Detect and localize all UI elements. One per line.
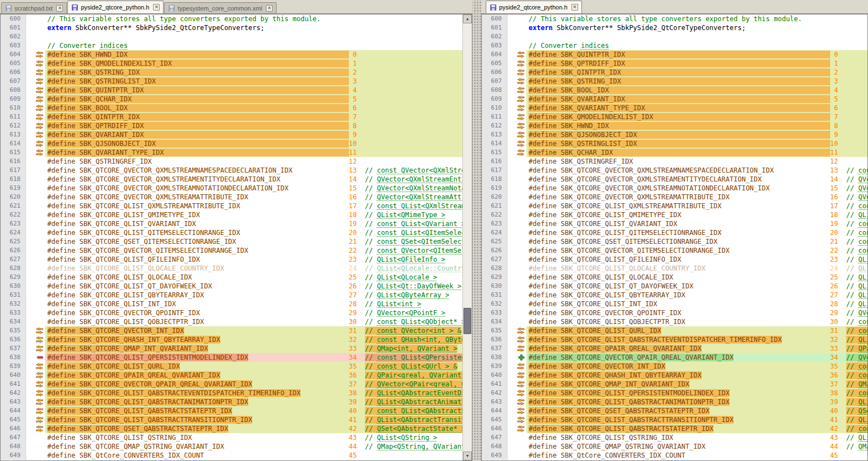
code-line[interactable]: #define SBK_QtCore_CONVERTERS_IDX_COUNT … [526, 451, 867, 460]
code-line[interactable]: #define SBK_QTCORE_QVECTOR_QXMLSTREAMENT… [45, 175, 462, 184]
code-line[interactable]: #define SBK_QTCORE_QLIST_QABSTRACTEVENTD… [526, 335, 867, 344]
tab-typesystem_core_common.xml[interactable]: typesystem_core_common.xml✕ [164, 2, 277, 13]
code-line[interactable]: #define SBK_QTCORE_QLIST_QURL_IDX 35 // … [45, 362, 462, 371]
code-line[interactable]: #define SBK_QTCORE_QLIST_QMIMETYPE_IDX 1… [45, 210, 462, 219]
code-line[interactable]: #define SBK_QUINTPTR_IDX 4 [45, 86, 462, 95]
code-line[interactable]: #define SBK_QTCORE_QPAIR_QREAL_QVARIANT_… [526, 344, 867, 353]
code-line[interactable]: #define SBK_QTCORE_QLIST_QOBJECTPTR_IDX … [526, 317, 867, 326]
code-line[interactable]: #define SBK_QTCORE_QLIST_QOBJECTPTR_IDX … [45, 317, 462, 326]
code-line[interactable]: #define SBK_QTCORE_QLIST_QFILEINFO_IDX 2… [526, 255, 867, 264]
code-line[interactable]: #define SBK_QTCORE_QLIST_QABSTRACTSTATEP… [45, 406, 462, 415]
code-line[interactable]: extern SbkConverter** SbkPySide2_QtCoreT… [45, 23, 462, 32]
code-line[interactable]: #define SBK_QSTRINGREF_IDX 12 [526, 157, 867, 166]
code-line[interactable]: extern SbkConverter** SbkPySide2_QtCoreT… [526, 23, 867, 32]
code-line[interactable]: #define SBK_QTCORE_QHASH_INT_QBYTEARRAY_… [45, 335, 462, 344]
code-line[interactable]: // This variable stores all type convert… [45, 14, 462, 23]
code-line[interactable]: #define SBK_QPTRDIFF_IDX 8 [45, 121, 462, 130]
code-line[interactable]: #define SBK_QMODELINDEXLIST_IDX 7 [526, 112, 867, 121]
code-line[interactable]: #define SBK_QTCORE_QLIST_QABSTRACTTRANSI… [526, 415, 867, 424]
code-line[interactable]: #define SBK_QTCORE_QVECTOR_QPAIR_QREAL_Q… [45, 380, 462, 389]
code-line[interactable]: // Converter indices [526, 41, 867, 50]
code-line[interactable]: #define SBK_QTCORE_QLIST_QSTRING_IDX 43 … [45, 433, 462, 442]
code-line[interactable]: #define SBK_QTCORE_QVECTOR_QPOINTF_IDX 2… [526, 308, 867, 317]
code-line[interactable]: #define SBK_QTCORE_QLIST_QXMLSTREAMATTRI… [45, 202, 462, 210]
code-line[interactable]: #define SBK_QTCORE_QLIST_QPERSISTENTMODE… [526, 389, 867, 398]
code-line[interactable]: // This variable stores all type convert… [526, 14, 867, 23]
code-line[interactable]: #define SBK_QTCORE_QVECTOR_QITEMSELECTIO… [526, 246, 867, 255]
code-line[interactable]: #define SBK_QTCORE_QLIST_QLOCALE_IDX 25 … [45, 273, 462, 282]
code-line[interactable]: #define SBK_QTCORE_QMAP_QSTRING_QVARIANT… [45, 442, 462, 451]
code-line[interactable]: // Converter indices [45, 41, 462, 50]
code-line[interactable]: #define SBK_QTCORE_QVECTOR_QXMLSTREAMNOT… [45, 184, 462, 193]
close-tab-icon[interactable]: ✕ [266, 5, 273, 12]
code-line[interactable]: #define SBK_QVARIANT_TYPE_IDX 11 [45, 148, 462, 157]
code-line[interactable]: #define SBK_QTCORE_QVECTOR_QXMLSTREAMENT… [526, 175, 867, 184]
code-line[interactable]: #define SBK_QTCORE_QLIST_QABSTRACTEVENTD… [45, 389, 462, 398]
close-tab-icon[interactable]: ✕ [56, 5, 63, 12]
code-line[interactable]: #define SBK_QTCORE_QLIST_QLOCALE_IDX 25 … [526, 273, 867, 282]
code-line[interactable]: #define SBK_QTCORE_QLIST_QT_DAYOFWEEK_ID… [45, 282, 462, 291]
tab-scratchpad.txt[interactable]: scratchpad.txt✕ [1, 2, 67, 13]
code-line[interactable]: #define SBK_QTCORE_QLIST_QABSTRACTANIMAT… [45, 398, 462, 406]
code-line[interactable]: #define SBK_QSTRING_IDX 3 [526, 77, 867, 86]
code-line[interactable]: #define SBK_QTCORE_QLIST_QVARIANT_IDX 19… [45, 219, 462, 228]
scroll-up-icon[interactable]: ▲ [463, 14, 472, 23]
close-tab-icon[interactable]: ✕ [571, 4, 578, 11]
code-line[interactable]: #define SBK_QTCORE_QMAP_INT_QVARIANT_IDX… [45, 344, 462, 353]
code-line[interactable]: #define SBK_QUINTPTR_IDX 0 [526, 50, 867, 59]
code-line[interactable]: #define SBK_QINTPTR_IDX 7 [45, 112, 462, 121]
code-line[interactable]: #define SBK_QSTRINGREF_IDX 12 [45, 157, 462, 166]
code-line[interactable]: #define SBK_QTCORE_QLIST_INT_IDX 28 // Q… [526, 300, 867, 308]
code-line[interactable]: #define SBK_QTCORE_QVECTOR_QXMLSTREAMNAM… [526, 166, 867, 175]
pane-splitter[interactable] [472, 0, 481, 461]
code-line[interactable]: #define SBK_QTCORE_QLIST_QSTRING_IDX 43 … [526, 433, 867, 442]
code-line[interactable] [526, 32, 867, 41]
code-line[interactable]: #define SBK_QTCORE_QVECTOR_QPOINTF_IDX 2… [45, 308, 462, 317]
code-line[interactable]: #define SBK_QPTRDIFF_IDX 1 [526, 59, 867, 68]
code-line[interactable]: #define SBK_QTCORE_QLIST_QABSTRACTTRANSI… [45, 415, 462, 424]
code-line[interactable]: #define SBK_QTCORE_QLIST_QITEMSELECTIONR… [526, 228, 867, 237]
code-line[interactable]: #define SBK_QTCORE_QLIST_QBYTEARRAY_IDX … [45, 291, 462, 300]
code-line[interactable]: #define SBK_QTCORE_QVECTOR_QXMLSTREAMATT… [45, 193, 462, 202]
code-line[interactable]: #define SBK_QTCORE_QSET_QITEMSELECTIONRA… [526, 237, 867, 246]
code-line[interactable]: #define SBK_QTCORE_QLIST_INT_IDX 28 // Q… [45, 300, 462, 308]
code-line[interactable]: #define SBK_QTCORE_QLIST_QMIMETYPE_IDX 1… [526, 210, 867, 219]
code-line[interactable]: #define SBK_QTCORE_QLIST_QITEMSELECTIONR… [45, 228, 462, 237]
code-line[interactable]: #define SBK_QSTRINGLIST_IDX 10 [526, 139, 867, 148]
code-line[interactable]: #define SBK_QJSONOBJECT_IDX 9 [526, 130, 867, 139]
code-line[interactable]: #define SBK_QTCORE_QLIST_QFILEINFO_IDX 2… [45, 255, 462, 264]
code-line[interactable]: #define SBK_QTCORE_QLIST_QT_DAYOFWEEK_ID… [526, 282, 867, 291]
code-line[interactable]: #define SBK_QTCORE_QPAIR_QREAL_QVARIANT_… [45, 371, 462, 380]
code-line[interactable]: #define SBK_QTCORE_QVECTOR_QPAIR_QREAL_Q… [526, 353, 867, 362]
code-line[interactable]: #define SBK_HWND_IDX 8 [526, 121, 867, 130]
tab-pyside2_qtcore_python.h[interactable]: pyside2_qtcore_python.h✕ [486, 1, 582, 13]
code-line[interactable]: #define SBK_QSTRINGLIST_IDX 3 [45, 77, 462, 86]
code-line[interactable]: #define SBK_QTCORE_QVECTOR_QXMLSTREAMATT… [526, 193, 867, 202]
code-line[interactable]: #define SBK_QTCORE_QVECTOR_QXMLSTREAMNAM… [45, 166, 462, 175]
code-line[interactable]: #define SBK_QTCORE_QVECTOR_QITEMSELECTIO… [45, 246, 462, 255]
code-line[interactable]: #define SBK_QTCORE_QSET_QABSTRACTSTATEPT… [526, 406, 867, 415]
code-line[interactable]: #define SBK_QCHAR_IDX 11 [526, 148, 867, 157]
right-editor[interactable]: 600// This variable stores all type conv… [481, 14, 868, 461]
code-line[interactable]: #define SBK_HWND_IDX 0 [45, 50, 462, 59]
code-line[interactable]: #define SBK_QTCORE_QLIST_QBYTEARRAY_IDX … [526, 291, 867, 300]
code-line[interactable]: #define SBK_QCHAR_IDX 5 [45, 95, 462, 104]
code-line[interactable]: #define SBK_QMODELINDEXLIST_IDX 1 [45, 59, 462, 68]
code-line[interactable]: #define SBK_QTCORE_QVECTOR_QXMLSTREAMNOT… [526, 184, 867, 193]
code-line[interactable]: #define SBK_QTCORE_QVECTOR_INT_IDX 35 //… [526, 362, 867, 371]
left-vertical-scrollbar[interactable]: ▲ ▼ [462, 14, 472, 460]
code-line[interactable]: #define SBK_QTCORE_QLIST_QLOCALE_COUNTRY… [45, 264, 462, 273]
code-line[interactable]: #define SBK_QTCORE_QLIST_QPERSISTENTMODE… [45, 353, 462, 362]
code-line[interactable] [45, 32, 462, 41]
left-editor[interactable]: 600// This variable stores all type conv… [0, 14, 472, 461]
code-line[interactable]: #define SBK_BOOL_IDX 4 [526, 86, 867, 95]
tab-pyside2_qtcore_python.h[interactable]: pyside2_qtcore_python.h✕ [67, 1, 164, 13]
code-line[interactable]: #define SBK_QSTRING_IDX 2 [45, 68, 462, 77]
code-line[interactable]: #define SBK_QTCORE_QLIST_QABSTRACTSTATEP… [526, 424, 867, 433]
code-line[interactable]: #define SBK_QTCORE_QLIST_QURL_IDX 31 // … [526, 326, 867, 335]
code-line[interactable]: #define SBK_QTCORE_QLIST_QABSTRACTANIMAT… [526, 398, 867, 406]
code-line[interactable]: #define SBK_QVARIANT_IDX 5 [526, 95, 867, 104]
code-line[interactable]: #define SBK_QTCORE_QMAP_QSTRING_QVARIANT… [526, 442, 867, 451]
code-line[interactable]: #define SBK_QVARIANT_TYPE_IDX 6 [526, 104, 867, 112]
code-line[interactable]: #define SBK_QTCORE_QLIST_QXMLSTREAMATTRI… [526, 202, 867, 210]
